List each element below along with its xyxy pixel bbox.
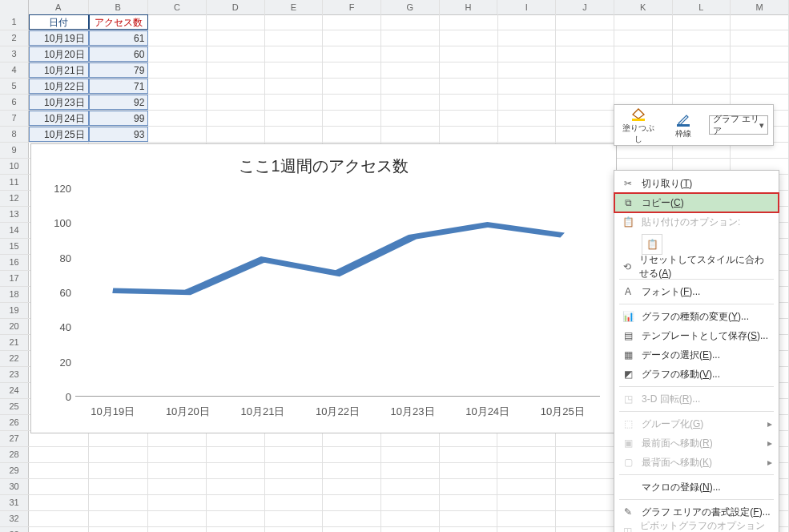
col-header-K[interactable]: K [614, 0, 673, 14]
cell-H6[interactable] [440, 95, 498, 110]
cell-I7[interactable] [498, 111, 557, 126]
row-header-4[interactable]: 4 [0, 62, 29, 78]
cell-A32[interactable] [29, 511, 89, 526]
cell-J5[interactable] [556, 79, 614, 94]
cell-G32[interactable] [381, 511, 440, 526]
row-header-20[interactable]: 20 [0, 319, 29, 334]
col-header-E[interactable]: E [265, 0, 324, 14]
cell-E31[interactable] [265, 495, 324, 510]
col-header-D[interactable]: D [207, 0, 265, 14]
cell-M3[interactable] [731, 46, 789, 62]
cell-K3[interactable] [614, 46, 673, 62]
ctx-assign-macro[interactable]: マクロの登録(N)... [614, 478, 779, 497]
cell-D1[interactable] [207, 14, 265, 30]
row-header-14[interactable]: 14 [0, 223, 29, 238]
cell-E5[interactable] [265, 79, 324, 94]
cell-D29[interactable] [207, 463, 265, 478]
cell-H7[interactable] [440, 111, 498, 126]
cell-M4[interactable] [731, 62, 789, 78]
cell-C8[interactable] [148, 127, 207, 142]
cell-G7[interactable] [381, 111, 440, 126]
cell-G30[interactable] [381, 479, 440, 494]
cell-B29[interactable] [89, 463, 149, 478]
row-header-8[interactable]: 8 [0, 127, 29, 142]
cell-M5[interactable] [731, 79, 789, 94]
cell-C28[interactable] [148, 447, 207, 462]
cell-I6[interactable] [498, 95, 557, 110]
cell-J29[interactable] [556, 463, 614, 478]
cell-L1[interactable] [673, 14, 731, 30]
cell-D3[interactable] [207, 46, 265, 62]
select-all-corner[interactable] [0, 0, 29, 14]
cell-C31[interactable] [148, 495, 207, 510]
row-header-19[interactable]: 19 [0, 303, 29, 318]
cell-A1[interactable]: 日付 [29, 14, 89, 30]
row-header-16[interactable]: 16 [0, 255, 29, 270]
row-header-27[interactable]: 27 [0, 431, 29, 446]
cell-E32[interactable] [265, 511, 324, 526]
cell-F3[interactable] [323, 46, 381, 62]
cell-M2[interactable] [731, 30, 789, 46]
ctx-select-data[interactable]: ▦データの選択(E)... [614, 345, 779, 365]
cell-G8[interactable] [381, 127, 440, 142]
cell-C7[interactable] [148, 111, 207, 126]
cell-J30[interactable] [556, 479, 614, 494]
cell-G33[interactable] [381, 527, 440, 532]
cell-G4[interactable] [381, 62, 440, 78]
row-header-33[interactable]: 33 [0, 527, 29, 532]
cell-C1[interactable] [148, 14, 207, 30]
cell-I30[interactable] [497, 479, 556, 494]
col-header-C[interactable]: C [148, 0, 207, 14]
cell-F4[interactable] [323, 62, 381, 78]
col-header-F[interactable]: F [323, 0, 381, 14]
cell-L3[interactable] [673, 46, 731, 62]
cell-F29[interactable] [323, 463, 381, 478]
cell-D5[interactable] [207, 79, 265, 94]
cell-J33[interactable] [556, 527, 614, 532]
ctx-change-chart-type[interactable]: 📊グラフの種類の変更(Y)... [614, 307, 779, 326]
cell-E29[interactable] [265, 463, 324, 478]
cell-E2[interactable] [265, 30, 324, 46]
cell-K2[interactable] [614, 30, 673, 46]
ctx-font[interactable]: Aフォント(F)... [614, 282, 779, 301]
cell-D31[interactable] [207, 495, 265, 510]
cell-I32[interactable] [497, 511, 556, 526]
cell-A3[interactable]: 10月20日 [29, 46, 89, 62]
cell-F32[interactable] [323, 511, 381, 526]
cell-C32[interactable] [148, 511, 207, 526]
cell-J6[interactable] [556, 95, 614, 110]
col-header-M[interactable]: M [731, 0, 789, 14]
cell-B2[interactable]: 61 [89, 30, 149, 46]
row-header-25[interactable]: 25 [0, 399, 29, 414]
cell-G28[interactable] [381, 447, 440, 462]
chart-plot-area[interactable]: 02040608010012010月19日10月20日10月21日10月22日1… [75, 188, 600, 397]
cell-G1[interactable] [381, 14, 440, 30]
row-header-9[interactable]: 9 [0, 143, 29, 158]
cell-H30[interactable] [440, 479, 498, 494]
cell-I8[interactable] [498, 127, 557, 142]
cell-E6[interactable] [265, 95, 324, 110]
cell-D6[interactable] [207, 95, 265, 110]
cell-G31[interactable] [381, 495, 440, 510]
row-header-11[interactable]: 11 [0, 175, 29, 190]
cell-A33[interactable] [29, 527, 89, 532]
row-header-2[interactable]: 2 [0, 30, 29, 46]
cell-C3[interactable] [148, 46, 207, 62]
cell-F30[interactable] [323, 479, 381, 494]
row-header-23[interactable]: 23 [0, 367, 29, 382]
chart-element-dropdown[interactable]: グラフ エリア [709, 115, 768, 135]
cell-D33[interactable] [207, 527, 265, 532]
cell-G5[interactable] [381, 79, 440, 94]
cell-F7[interactable] [323, 111, 381, 126]
cell-I1[interactable] [498, 14, 557, 30]
cell-B6[interactable]: 92 [89, 95, 149, 110]
cell-K5[interactable] [614, 79, 673, 94]
ctx-cut[interactable]: ✂切り取り(T) [614, 174, 779, 193]
row-header-6[interactable]: 6 [0, 95, 29, 110]
cell-B31[interactable] [89, 495, 149, 510]
row-header-32[interactable]: 32 [0, 511, 29, 526]
cell-H5[interactable] [440, 79, 498, 94]
row-header-5[interactable]: 5 [0, 79, 29, 94]
cell-A5[interactable]: 10月22日 [29, 79, 89, 94]
cell-E8[interactable] [265, 127, 324, 142]
